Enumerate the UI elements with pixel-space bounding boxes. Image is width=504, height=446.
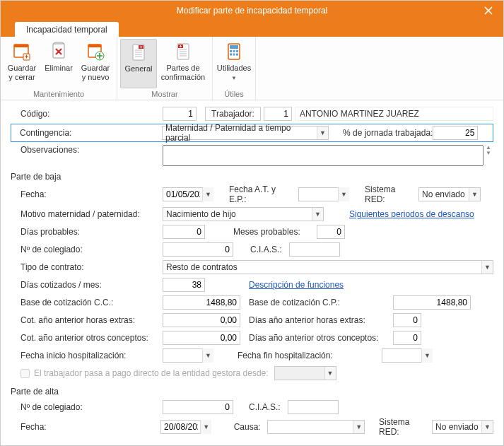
observaciones-field[interactable] (163, 145, 484, 166)
dias-ano-otros-field[interactable] (393, 331, 421, 345)
label-fecha-baja: Fecha: (11, 189, 163, 199)
ribbon-group-mantenimiento: Guardary cerrar Eliminar Guardary nuevo … (1, 37, 117, 100)
save-new-icon (85, 41, 106, 62)
partes-confirmacion-button[interactable]: Partes deconfirmación (157, 39, 209, 88)
fecha-at-ep-field[interactable]: ▼ (298, 187, 349, 201)
label-dias-probables: Días probables: (11, 227, 163, 237)
pago-directo-checkbox[interactable]: El trabajador pasa a pago directo de la … (11, 368, 269, 378)
tabstrip: Incapacidad temporal (1, 20, 503, 37)
label-sistema-red-baja: Sistema RED: (365, 184, 418, 204)
label-base-cc: Base de cotización C.C.: (11, 298, 163, 307)
cias-alta-field[interactable] (288, 400, 339, 414)
fecha-inicio-hosp-field[interactable]: ▼ (163, 348, 213, 363)
svg-rect-13 (230, 50, 232, 52)
dropdown-value: No enviado (435, 422, 479, 432)
chevron-down-icon: ▼ (202, 348, 213, 363)
ribbon-label: Utilidades (217, 64, 251, 72)
chevron-down-icon: ▼ (231, 75, 237, 81)
ribbon-label: General (124, 64, 152, 73)
label-dias-ano-horas: Días año anterior horas extras: (249, 315, 393, 325)
label-sistema-red-alta: Sistema RED: (379, 417, 432, 437)
chevron-down-icon: ▼ (202, 187, 213, 201)
dropdown-value: No enviado (422, 189, 465, 199)
label-cias-baja: C.I.A.S.: (250, 245, 289, 254)
close-button[interactable] (474, 1, 503, 20)
utilidades-button[interactable]: Utilidades▼ (216, 39, 252, 88)
delete-icon (48, 41, 69, 62)
checkbox-input[interactable] (20, 369, 30, 378)
label-fecha-alta: Fecha: (11, 422, 160, 432)
label-codigo: Código: (11, 109, 163, 119)
chevron-down-icon: ▼ (469, 188, 480, 201)
label-n-colegiado-baja: Nº de colegiado: (11, 245, 163, 254)
label-cot-ano-otros: Cot. año anterior otros conceptos: (11, 333, 163, 343)
tab-incapacidad-temporal[interactable]: Incapacidad temporal (15, 22, 119, 37)
guardar-nuevo-button[interactable]: Guardary nuevo (77, 39, 114, 88)
label-cot-ano-horas: Cot. año anterior horas extras: (11, 315, 163, 325)
ribbon-group-label: Mantenimiento (33, 88, 84, 98)
chevron-down-icon: ▼ (353, 421, 364, 433)
form-content: Código: Trabajador: ANTONIO MARTINEZ JUA… (1, 100, 503, 445)
n-colegiado-alta-field[interactable] (163, 400, 233, 414)
dropdown-value: Resto de contratos (166, 262, 238, 272)
window-title: Modificar parte de incapacidad temporal (177, 6, 327, 16)
dias-probables-field[interactable] (163, 225, 205, 239)
ribbon-label: y cerrar (8, 73, 35, 81)
calculator-icon (223, 41, 245, 62)
ribbon-group-utiles: Utilidades▼ Útiles (213, 37, 256, 100)
save-close-icon (11, 41, 33, 62)
label-n-colegiado-alta: Nº de colegiado: (11, 402, 163, 412)
base-cp-field[interactable] (393, 295, 471, 310)
checkbox-label: El trabajador pasa a pago directo de la … (34, 368, 269, 378)
general-button[interactable]: General (120, 39, 157, 88)
trabajador-num-field[interactable] (264, 107, 292, 121)
meses-probables-field[interactable] (317, 225, 345, 239)
cias-baja-field[interactable] (289, 242, 340, 257)
cot-ano-otros-field[interactable] (163, 331, 240, 345)
pago-directo-fecha-dropdown[interactable]: ▼ (274, 366, 336, 380)
label-fecha-at-ep: Fecha A.T. y E.P.: (229, 184, 298, 204)
sistema-red-baja-dropdown[interactable]: No enviado ▼ (418, 187, 481, 201)
contingencia-dropdown[interactable]: Maternidad / Paternidad a tiempo parcial… (162, 126, 329, 140)
cot-ano-horas-field[interactable] (163, 313, 240, 327)
fecha-alta-field[interactable]: ▼ (160, 420, 211, 434)
label-motivo: Motivo maternidad / paternidad: (11, 209, 163, 219)
chevron-down-icon: ▼ (312, 208, 323, 221)
contingencia-row: Contingencia: Maternidad / Paternidad a … (11, 124, 493, 142)
chevron-down-icon: ▼ (481, 261, 493, 274)
svg-rect-14 (233, 50, 235, 52)
tipo-contrato-dropdown[interactable]: Resto de contratos ▼ (163, 260, 493, 274)
label-trabajador: Trabajador: (205, 107, 261, 121)
fecha-baja-field[interactable]: ▼ (163, 187, 213, 201)
pct-jornada-field[interactable] (433, 126, 478, 140)
svg-rect-12 (230, 45, 238, 49)
svg-rect-18 (236, 54, 238, 56)
ribbon-label: Eliminar (45, 64, 73, 72)
ribbon: Guardary cerrar Eliminar Guardary nuevo … (1, 37, 503, 100)
fecha-fin-hosp-field[interactable]: ▼ (382, 348, 433, 363)
dias-cotizados-field[interactable] (163, 278, 205, 292)
section-parte-baja: Parte de baja (11, 172, 493, 182)
section-parte-alta: Parte de alta (11, 387, 493, 397)
n-colegiado-baja-field[interactable] (163, 242, 233, 257)
eliminar-button[interactable]: Eliminar (40, 39, 77, 88)
base-cc-field[interactable] (163, 295, 240, 310)
siguientes-periodos-link[interactable]: Siguientes periodos de descanso (349, 209, 474, 219)
textarea-scroll[interactable]: ▲▼ (484, 145, 493, 166)
descripcion-funciones-link[interactable]: Descripción de funciones (249, 280, 344, 290)
sistema-red-alta-dropdown[interactable]: No enviado ▼ (432, 420, 493, 434)
ribbon-group-label: Mostrar (151, 88, 177, 98)
titlebar: Modificar parte de incapacidad temporal (1, 1, 503, 20)
label-fecha-inicio-hosp: Fecha inicio hospitalización: (11, 351, 163, 360)
motivo-dropdown[interactable]: Nacimiento de hijo ▼ (163, 207, 324, 221)
codigo-field[interactable] (163, 107, 197, 121)
causa-dropdown[interactable]: ▼ (267, 420, 365, 434)
svg-rect-17 (233, 54, 235, 56)
guardar-cerrar-button[interactable]: Guardary cerrar (4, 39, 40, 88)
label-meses-probables: Meses probables: (233, 227, 317, 237)
general-doc-icon (128, 42, 149, 63)
chevron-down-icon: ▼ (324, 367, 336, 380)
ribbon-label: y nuevo (82, 73, 110, 81)
dropdown-value: Nacimiento de hijo (166, 209, 236, 219)
dias-ano-horas-field[interactable] (393, 313, 421, 327)
